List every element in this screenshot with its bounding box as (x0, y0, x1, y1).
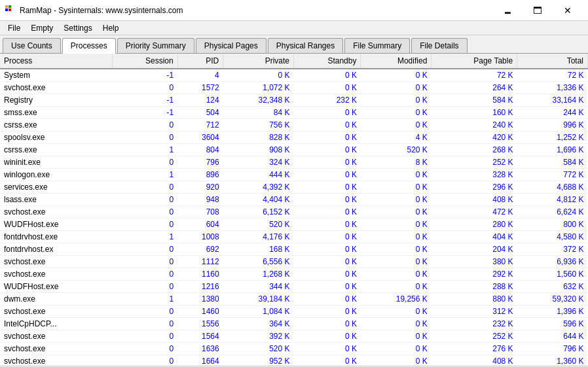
table-row[interactable]: services.exe09204,392 K0 K0 K296 K4,688 … (0, 181, 588, 194)
cell-13-4: 0 K (294, 231, 361, 243)
cell-14-2: 692 (177, 243, 223, 256)
cell-12-6: 280 K (432, 218, 517, 231)
title-bar: RamMap - Sysinternals: www.sysinternals.… (0, 0, 588, 21)
table-row[interactable]: wininit.exe0796324 K0 K8 K252 K584 K (0, 156, 588, 169)
table-row[interactable]: fontdrvhost.exe110084,176 K0 K0 K404 K4,… (0, 231, 588, 243)
col-modified: Modified (361, 54, 432, 69)
cell-15-7: 6,936 K (517, 256, 588, 268)
table-row[interactable]: svchost.exe01636520 K0 K0 K276 K796 K (0, 343, 588, 355)
minimize-button[interactable]: 🗕 (492, 0, 523, 21)
app-icon (5, 5, 16, 16)
col-pid: PID (177, 54, 223, 69)
cell-17-0: WUDFHost.exe (0, 281, 112, 293)
menu-empty[interactable]: Empty (26, 22, 58, 34)
cell-20-1: 0 (112, 318, 177, 330)
cell-22-6: 276 K (432, 343, 517, 355)
cell-12-5: 0 K (361, 218, 432, 231)
tab-file-summary[interactable]: File Summary (344, 38, 410, 53)
menu-settings[interactable]: Settings (58, 22, 97, 34)
cell-21-4: 0 K (294, 330, 361, 343)
table-row[interactable]: winlogon.exe1896444 K0 K0 K328 K772 K (0, 169, 588, 181)
table-row[interactable]: smss.exe-150484 K0 K0 K160 K244 K (0, 107, 588, 119)
cell-7-2: 796 (177, 156, 223, 169)
cell-14-3: 168 K (223, 243, 294, 256)
cell-17-3: 344 K (223, 281, 294, 293)
table-row[interactable]: IntelCpHDCP...01556364 K0 K0 K232 K596 K (0, 318, 588, 330)
cell-2-7: 33,164 K (517, 94, 588, 107)
tab-bar: Use Counts Processes Priority Summary Ph… (0, 35, 588, 54)
cell-22-2: 1636 (177, 343, 223, 355)
cell-20-7: 596 K (517, 318, 588, 330)
table-row[interactable]: System-140 K0 K0 K72 K72 K (0, 69, 588, 82)
cell-14-4: 0 K (294, 243, 361, 256)
cell-20-0: IntelCpHDCP... (0, 318, 112, 330)
table-row[interactable]: spoolsv.exe03604828 K0 K4 K420 K1,252 K (0, 131, 588, 144)
cell-17-7: 632 K (517, 281, 588, 293)
tab-physical-ranges[interactable]: Physical Ranges (268, 38, 343, 53)
cell-23-0: svchost.exe (0, 355, 112, 366)
tab-file-details[interactable]: File Details (411, 38, 467, 53)
tab-use-counts[interactable]: Use Counts (3, 38, 61, 53)
cell-14-7: 372 K (517, 243, 588, 256)
table-row[interactable]: fontdrvhost.ex0692168 K0 K0 K204 K372 K (0, 243, 588, 256)
table-row[interactable]: svchost.exe011601,268 K0 K0 K292 K1,560 … (0, 268, 588, 281)
cell-17-5: 0 K (361, 281, 432, 293)
cell-19-3: 1,084 K (223, 306, 294, 318)
cell-15-4: 0 K (294, 256, 361, 268)
cell-17-2: 1216 (177, 281, 223, 293)
tab-priority-summary[interactable]: Priority Summary (117, 38, 194, 53)
cell-23-5: 0 K (361, 355, 432, 366)
table-row[interactable]: svchost.exe01664952 K0 K0 K408 K1,360 K (0, 355, 588, 366)
cell-10-0: lsass.exe (0, 194, 112, 206)
cell-20-3: 364 K (223, 318, 294, 330)
tab-physical-pages[interactable]: Physical Pages (196, 38, 266, 53)
cell-14-1: 0 (112, 243, 177, 256)
table-row[interactable]: WUDFHost.exe01216344 K0 K0 K288 K632 K (0, 281, 588, 293)
cell-2-0: Registry (0, 94, 112, 107)
menu-help[interactable]: Help (98, 22, 124, 34)
cell-7-3: 324 K (223, 156, 294, 169)
table-row[interactable]: svchost.exe015721,072 K0 K0 K264 K1,336 … (0, 82, 588, 94)
cell-1-6: 264 K (432, 82, 517, 94)
cell-23-2: 1664 (177, 355, 223, 366)
col-process: Process (0, 54, 112, 69)
cell-21-6: 252 K (432, 330, 517, 343)
cell-2-6: 584 K (432, 94, 517, 107)
cell-16-1: 0 (112, 268, 177, 281)
table-container[interactable]: Process Session PID Private Standby Modi… (0, 54, 588, 366)
cell-5-0: spoolsv.exe (0, 131, 112, 144)
cell-21-1: 0 (112, 330, 177, 343)
cell-12-3: 520 K (223, 218, 294, 231)
table-row[interactable]: svchost.exe014601,084 K0 K0 K312 K1,396 … (0, 306, 588, 318)
cell-23-6: 408 K (432, 355, 517, 366)
close-button[interactable]: ✕ (553, 0, 583, 21)
table-row[interactable]: dwm.exe1138039,184 K0 K19,256 K880 K59,3… (0, 293, 588, 306)
svg-rect-1 (9, 5, 11, 8)
table-row[interactable]: svchost.exe011126,556 K0 K0 K380 K6,936 … (0, 256, 588, 268)
maximize-button[interactable]: 🗖 (523, 0, 553, 21)
cell-0-3: 0 K (223, 69, 294, 82)
cell-15-5: 0 K (361, 256, 432, 268)
cell-18-4: 0 K (294, 293, 361, 306)
cell-22-7: 796 K (517, 343, 588, 355)
processes-table: Process Session PID Private Standby Modi… (0, 54, 588, 366)
menu-file[interactable]: File (3, 22, 26, 34)
cell-4-4: 0 K (294, 119, 361, 131)
table-row[interactable]: svchost.exe07086,152 K0 K0 K472 K6,624 K (0, 206, 588, 218)
cell-2-1: -1 (112, 94, 177, 107)
cell-9-6: 296 K (432, 181, 517, 194)
table-row[interactable]: WUDFHost.exe0604520 K0 K0 K280 K800 K (0, 218, 588, 231)
tab-processes[interactable]: Processes (62, 38, 116, 54)
cell-1-4: 0 K (294, 82, 361, 94)
table-row[interactable]: csrss.exe0712756 K0 K0 K240 K996 K (0, 119, 588, 131)
table-row[interactable]: csrss.exe1804908 K0 K520 K268 K1,696 K (0, 144, 588, 156)
cell-5-1: 0 (112, 131, 177, 144)
table-row[interactable]: svchost.exe01564392 K0 K0 K252 K644 K (0, 330, 588, 343)
cell-19-7: 1,396 K (517, 306, 588, 318)
cell-6-6: 268 K (432, 144, 517, 156)
cell-13-3: 4,176 K (223, 231, 294, 243)
table-row[interactable]: Registry-112432,348 K232 K0 K584 K33,164… (0, 94, 588, 107)
table-row[interactable]: lsass.exe09484,404 K0 K0 K408 K4,812 K (0, 194, 588, 206)
cell-1-2: 1572 (177, 82, 223, 94)
cell-4-5: 0 K (361, 119, 432, 131)
